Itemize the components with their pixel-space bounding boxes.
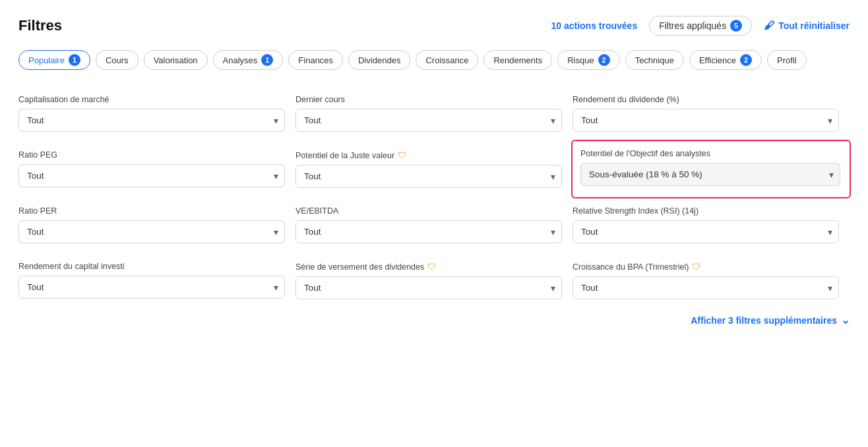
filter-label-serie_versement: Série de versement des dividendes🛡 xyxy=(295,262,562,272)
filter-select-potentiel_juste_valeur[interactable]: Tout xyxy=(295,165,562,188)
tab-cours[interactable]: Cours xyxy=(96,50,139,70)
tab-cours-label: Cours xyxy=(106,55,129,65)
actions-found: 10 actions trouvées xyxy=(551,20,637,31)
tab-risque[interactable]: Risque2 xyxy=(557,50,619,70)
select-wrapper-capitalisation: Tout xyxy=(18,109,285,132)
filter-select-capitalisation[interactable]: Tout xyxy=(18,109,285,132)
tab-analyses[interactable]: Analyses1 xyxy=(213,50,284,70)
filter-label-dernier_cours: Dernier cours xyxy=(295,95,562,104)
tab-dividendes-label: Dividendes xyxy=(358,55,400,65)
filter-cell-ratio_peg: Ratio PEGTout xyxy=(18,141,295,197)
filter-select-rendement_dividende[interactable]: Tout xyxy=(573,109,839,132)
filter-label-capitalisation: Capitalisation de marché xyxy=(18,95,285,104)
tab-populaire[interactable]: Populaire1 xyxy=(18,50,90,70)
select-wrapper-potentiel_objectif_analystes: Sous-évaluée (18 % à 50 %) xyxy=(580,163,840,186)
select-wrapper-serie_versement: Tout xyxy=(295,276,562,299)
filter-label-potentiel_juste_valeur: Potentiel de la Juste valeur🛡 xyxy=(295,150,562,160)
tab-profil[interactable]: Profil xyxy=(767,50,807,70)
page-header: Filtres 10 actions trouvées Filtres appl… xyxy=(18,16,850,36)
tab-efficience-badge: 2 xyxy=(740,54,752,66)
filter-label-potentiel_objectif_analystes: Potentiel de l'Objectif des analystes xyxy=(580,149,840,158)
filter-select-croissance_bpa[interactable]: Tout xyxy=(573,276,839,299)
filter-label-ve_ebitda: VE/EBITDA xyxy=(295,206,562,216)
filtres-appliques-badge[interactable]: Filtres appliqués 5 xyxy=(649,16,752,36)
filter-cell-dernier_cours: Dernier coursTout xyxy=(295,86,573,141)
filtres-appliques-label: Filtres appliqués xyxy=(659,20,726,31)
select-wrapper-ratio_per: Tout xyxy=(18,220,285,243)
tab-technique[interactable]: Technique xyxy=(625,50,684,70)
tab-profil-label: Profil xyxy=(777,55,797,65)
reset-icon: 🖌 xyxy=(764,20,774,32)
tab-technique-label: Technique xyxy=(635,55,674,65)
tab-populaire-badge: 1 xyxy=(69,54,80,66)
header-right: 10 actions trouvées Filtres appliqués 5 … xyxy=(551,16,850,36)
filter-select-rendement_capital[interactable]: Tout xyxy=(18,276,285,299)
filter-label-rendement_dividende: Rendement du dividende (%) xyxy=(573,95,839,104)
filter-cell-rendement_capital: Rendement du capital investiTout xyxy=(18,253,295,309)
select-wrapper-potentiel_juste_valeur: Tout xyxy=(295,165,562,188)
filter-label-ratio_peg: Ratio PEG xyxy=(18,150,285,160)
select-wrapper-rendement_capital: Tout xyxy=(18,276,285,299)
filter-cell-serie_versement: Série de versement des dividendes🛡Tout xyxy=(295,253,573,309)
tabs-row: Populaire1CoursValorisationAnalyses1Fina… xyxy=(18,50,850,70)
filter-label-rsi: Relative Strength Index (RSI) (14j) xyxy=(573,206,839,216)
tab-finances-label: Finances xyxy=(298,55,333,65)
tab-rendements[interactable]: Rendements xyxy=(483,50,552,70)
filter-cell-potentiel_juste_valeur: Potentiel de la Juste valeur🛡Tout xyxy=(295,141,573,197)
filter-label-rendement_capital: Rendement du capital investi xyxy=(18,262,285,271)
tab-croissance[interactable]: Croissance xyxy=(416,50,478,70)
filter-cell-capitalisation: Capitalisation de marchéTout xyxy=(18,86,295,141)
tab-analyses-label: Analyses xyxy=(223,55,258,65)
filter-select-rsi[interactable]: Tout xyxy=(573,220,839,243)
filter-select-dernier_cours[interactable]: Tout xyxy=(295,109,562,132)
filtres-appliques-count: 5 xyxy=(730,20,742,32)
info-icon-potentiel_juste_valeur: 🛡 xyxy=(398,150,406,160)
info-icon-serie_versement: 🛡 xyxy=(427,262,436,272)
filter-label-croissance_bpa: Croissance du BPA (Trimestriel)🛡 xyxy=(573,262,839,272)
filter-select-potentiel_objectif_analystes[interactable]: Sous-évaluée (18 % à 50 %) xyxy=(580,163,840,186)
tab-croissance-label: Croissance xyxy=(425,55,468,65)
tab-risque-badge: 2 xyxy=(598,54,610,66)
filter-select-ratio_peg[interactable]: Tout xyxy=(18,164,285,187)
show-more-button[interactable]: Afficher 3 filtres supplémentaires ⌄ xyxy=(18,309,850,326)
filter-label-ratio_per: Ratio PER xyxy=(18,206,285,216)
filter-select-serie_versement[interactable]: Tout xyxy=(295,276,562,299)
tab-populaire-label: Populaire xyxy=(28,55,65,65)
tab-risque-label: Risque xyxy=(567,55,594,65)
filter-cell-croissance_bpa: Croissance du BPA (Trimestriel)🛡Tout xyxy=(573,253,850,309)
select-wrapper-ve_ebitda: Tout xyxy=(295,220,562,243)
reset-label: Tout réinitialiser xyxy=(778,20,850,31)
page-title: Filtres xyxy=(18,17,551,34)
filter-select-ve_ebitda[interactable]: Tout xyxy=(295,220,562,243)
select-wrapper-rendement_dividende: Tout xyxy=(573,109,839,132)
tab-finances[interactable]: Finances xyxy=(288,50,343,70)
filter-select-ratio_per[interactable]: Tout xyxy=(18,220,285,243)
filter-cell-rendement_dividende: Rendement du dividende (%)Tout xyxy=(573,86,850,141)
filter-cell-ratio_per: Ratio PERTout xyxy=(18,197,295,253)
select-wrapper-dernier_cours: Tout xyxy=(295,109,562,132)
tab-dividendes[interactable]: Dividendes xyxy=(348,50,410,70)
chevron-down-icon: ⌄ xyxy=(841,314,850,326)
show-more-label: Afficher 3 filtres supplémentaires xyxy=(691,315,837,326)
tab-efficience[interactable]: Efficience2 xyxy=(689,50,762,70)
reset-button[interactable]: 🖌 Tout réinitialiser xyxy=(764,20,850,32)
info-icon-croissance_bpa: 🛡 xyxy=(692,262,700,272)
select-wrapper-rsi: Tout xyxy=(573,220,839,243)
filter-cell-ve_ebitda: VE/EBITDATout xyxy=(295,197,573,253)
filter-cell-potentiel_objectif_analystes: Potentiel de l'Objectif des analystesSou… xyxy=(571,140,851,198)
tab-rendements-label: Rendements xyxy=(493,55,542,65)
select-wrapper-croissance_bpa: Tout xyxy=(573,276,839,299)
tab-valorisation-label: Valorisation xyxy=(154,55,198,65)
tab-valorisation[interactable]: Valorisation xyxy=(144,50,208,70)
tab-efficience-label: Efficience xyxy=(699,55,736,65)
tab-analyses-badge: 1 xyxy=(261,54,273,66)
select-wrapper-ratio_peg: Tout xyxy=(18,164,285,187)
filter-grid: Capitalisation de marchéToutDernier cour… xyxy=(18,86,850,309)
filter-cell-rsi: Relative Strength Index (RSI) (14j)Tout xyxy=(573,197,850,253)
